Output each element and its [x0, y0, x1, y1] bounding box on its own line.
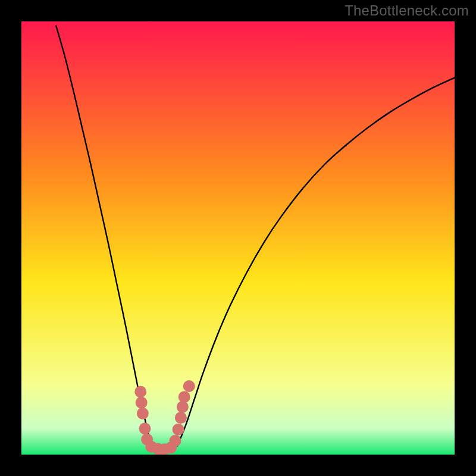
marker-dot	[173, 424, 184, 436]
marker-dot	[178, 391, 190, 403]
marker-dot	[175, 412, 187, 424]
marker-dot	[169, 435, 181, 447]
figure-canvas: TheBottleneck.com	[0, 0, 476, 476]
marker-dot	[136, 397, 148, 409]
marker-dots	[21, 21, 455, 455]
marker-dot	[183, 380, 195, 392]
marker-dot	[134, 386, 146, 397]
watermark-text: TheBottleneck.com	[345, 2, 469, 19]
marker-dot	[177, 401, 189, 413]
marker-dot	[139, 422, 151, 434]
plot-area	[21, 21, 455, 455]
marker-dot	[137, 408, 149, 419]
